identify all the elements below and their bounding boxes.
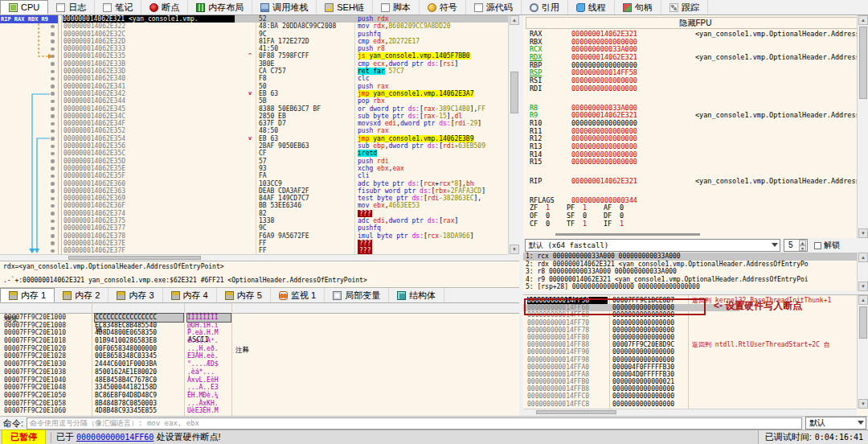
breakpoint-dot[interactable] [51, 234, 55, 238]
disasm-row[interactable]: 000000014062E342vEB 63jmp yan_console1.v… [0, 90, 508, 97]
tab-handles[interactable]: 句柄 [615, 0, 661, 14]
tab-trace[interactable]: 跟踪 [661, 0, 708, 14]
breakpoint-dot[interactable] [51, 25, 55, 29]
disasm-hscrollbar[interactable] [0, 254, 508, 261]
scroll-thumb[interactable] [859, 27, 867, 99]
disasm-row[interactable]: 000000014062E33B3B0Ecmp ecx,dword ptr ds… [0, 60, 508, 68]
register-row[interactable]: RDI0000000000000000 [523, 85, 868, 93]
stack-row[interactable]: 000000000014FF800000000000000000 [523, 334, 868, 341]
tab-call-stack[interactable]: 调用堆栈 [252, 0, 317, 14]
breakpoint-dot[interactable] [51, 220, 55, 224]
disasm-row[interactable]: 000000014062E34C2850 EBsub byte ptr ds:[… [0, 113, 508, 120]
dump-row[interactable]: 00007FF9C20E101801B94100286583E8è.e(.A¹. [0, 337, 519, 345]
hide-fpu-button[interactable]: 隐藏FPU [526, 17, 866, 29]
disasm-row[interactable]: 000000014062E3458388 50EB63C7 BFor dword… [0, 105, 508, 113]
scroll-up-icon[interactable]: ▲ [510, 15, 519, 25]
tab-dump3[interactable]: 内存 3 [108, 288, 162, 302]
tab-breakpoints[interactable]: 断点 [141, 0, 188, 14]
breakpoint-dot[interactable] [51, 175, 55, 179]
breakpoint-dot[interactable] [51, 227, 55, 231]
breakpoint-dot[interactable] [51, 32, 55, 36]
breakpoint-dot[interactable] [51, 47, 55, 51]
disasm-row[interactable]: 000000014062E335^0F88 7598FCFFjs yan_con… [0, 52, 508, 60]
register-row[interactable]: OF0SF0DF0 [523, 212, 868, 220]
breakpoint-dot[interactable] [51, 166, 55, 171]
stack-vscrollbar[interactable]: ▲ ▼ [857, 295, 868, 409]
disasm-row[interactable]: 000000014062E3445Bpop rbx [0, 97, 508, 105]
scroll-thumb[interactable] [555, 233, 700, 236]
dump-panel[interactable]: 地址 值 ASCII 注释 00007FF9C20E1000CCCCCCCCCC… [0, 303, 519, 416]
argument-row[interactable]: 1: rcx 000000000033A000 000000000033A000 [523, 253, 858, 261]
dump-row[interactable]: 00007FF9C20E102800E8658348C03345E3ÀH.eè. [0, 352, 519, 360]
breakpoint-dot[interactable] [51, 100, 55, 104]
disassembly-panel[interactable]: RIP RAX RDX R9 000000014062E321 <yan_con… [0, 15, 508, 254]
dump-row[interactable]: 00007FF9C20E1050BC86E8F04D8D48C9ÉH.MÐè.¼ [0, 392, 519, 400]
stepper-down-icon[interactable]: ▼ [799, 245, 806, 251]
scroll-down-icon[interactable]: ▼ [858, 399, 868, 409]
tab-threads[interactable]: 线程 [568, 0, 615, 14]
disasm-row[interactable]: 000000014062E36984AF 149CD7C7test byte p… [0, 195, 508, 202]
stack-row[interactable]: 000000000014FF900000000000000000 [523, 348, 868, 356]
breakpoint-dot[interactable] [51, 122, 55, 126]
breakpoint-dot[interactable] [51, 62, 55, 66]
argument-row[interactable]: 3: r8 000000000033A000 000000000033A000 [523, 268, 858, 276]
arg-count-stepper[interactable]: 5 ▲ ▼ [784, 239, 808, 252]
tab-cpu[interactable]: CPU [0, 0, 48, 14]
scroll-thumb[interactable] [536, 410, 616, 414]
disasm-row[interactable]: 000000014062E363DEAB CDA3AF2Ffisubr word… [0, 187, 508, 195]
breakpoint-dot[interactable] [51, 114, 55, 118]
dump-row[interactable]: 00007FF9C20E10588B484B78C0850003...ÀxKH. [0, 400, 519, 408]
disasm-row[interactable]: 000000014062E33DCA C757ret far 57C7 [0, 68, 508, 75]
unlock-checkbox[interactable] [814, 242, 821, 249]
stack-row[interactable]: 000000000014FFA8000004D0FFFFFB30 [523, 371, 868, 378]
dump-row[interactable]: 00007FF9C20E10302444C6001F0003BA°....ÆD$ [0, 360, 519, 368]
disasm-row[interactable]: 000000014062E340F8clc [0, 75, 508, 82]
disasm-row[interactable]: 000000014062E360103CC9adc byte ptr ds:[r… [0, 180, 508, 187]
stack-row[interactable]: 000000000014FFC00000000000000000 [523, 393, 868, 400]
stack-row[interactable]: 000000000014FFA0000004F0FFFFFB30 [523, 364, 868, 371]
dump-row[interactable]: 00007FF9C20E102000F0658348000000...H.eð. [0, 345, 519, 353]
dump-row[interactable]: 00007FF9C20E10604D8B48C93345E855UèE3ÉH.M [0, 407, 519, 415]
dump-row[interactable]: 00007FF9C20E1048334500044182158D...A..E3 [0, 384, 519, 392]
stack-row[interactable]: 000000000014FF980000000000000000 [523, 356, 868, 364]
tab-script[interactable]: 脚本 [373, 0, 420, 14]
tab-log[interactable]: 日志 [48, 0, 95, 14]
breakpoint-dot[interactable] [51, 55, 55, 59]
breakpoint-dot[interactable] [51, 241, 55, 245]
argument-row[interactable]: 5: [rsp+28] 0000000000000000 00000000000… [523, 283, 858, 291]
scroll-up-icon[interactable]: ▲ [858, 295, 868, 305]
tab-dump4[interactable]: 内存 4 [163, 288, 217, 302]
dump-row[interactable]: 00007FF9C20E1000CCCCCCCCCCCCCCCCÌÌÌÌÌÌÌÌ [0, 314, 519, 322]
tab-dump2[interactable]: 内存 2 [55, 288, 108, 302]
registers-vscrollbar[interactable]: ▲ ▼ [857, 15, 868, 238]
disasm-vscrollbar[interactable]: ▲ ▼ [508, 15, 519, 254]
tab-watch1[interactable]: 监视 1 [271, 288, 325, 302]
tab-symbols[interactable]: 符号 [420, 0, 466, 14]
disasm-row[interactable]: 000000014062E35CCFiretd [0, 150, 508, 157]
command-input[interactable] [27, 417, 802, 430]
breakpoint-dot[interactable] [51, 77, 55, 81]
disasm-row[interactable]: 000000014062E321 <yan_console1.vmp.52pus… [0, 15, 508, 23]
dump-row[interactable]: 00007FF9C20E104048E8458B4C7678C0ÀxvL.EèH [0, 376, 519, 384]
scroll-thumb[interactable] [68, 256, 201, 260]
tab-notes[interactable]: 笔记 [95, 0, 141, 14]
disasm-row[interactable]: 000000014062E37FFF??? [0, 247, 508, 254]
register-row[interactable]: RFLAGS0000000000000344 [523, 197, 868, 205]
register-row[interactable]: ZF1PF1AF0 [523, 204, 868, 212]
breakpoint-dot[interactable] [51, 204, 55, 208]
disasm-row[interactable]: 000000014062E32D81FA 172E272Dcmp edx,2D2… [0, 38, 508, 45]
disasm-row[interactable]: 000000014062E32C9Cpushfq [0, 31, 508, 38]
disasm-row[interactable]: 000000014062E32248:BA 20DDA8C99C2008mov … [0, 23, 508, 30]
tab-memory-map[interactable]: 内存布局 [188, 0, 252, 14]
disasm-row[interactable]: 000000014062E378F6A9 9A5672FEimul byte p… [0, 232, 508, 240]
stepper-up-icon[interactable]: ▲ [799, 240, 806, 245]
scroll-up-icon[interactable]: ▲ [858, 15, 868, 25]
disasm-row[interactable]: 000000014062E36FBB 53EE6346mov ebx,4663E… [0, 202, 508, 209]
tab-struct[interactable]: 结构体 [389, 288, 444, 302]
status-address-link[interactable]: 000000000014FF60 [76, 433, 154, 442]
stack-row[interactable]: 000000000014FFB00000000000000021 [523, 378, 868, 385]
disasm-row[interactable]: 000000014062E354vEB 63jmp yan_console1.v… [0, 135, 508, 142]
scroll-thumb[interactable] [510, 72, 518, 113]
breakpoint-dot[interactable] [51, 152, 55, 156]
stack-row[interactable]: 000000000014FF780000000000000000 [523, 327, 868, 334]
